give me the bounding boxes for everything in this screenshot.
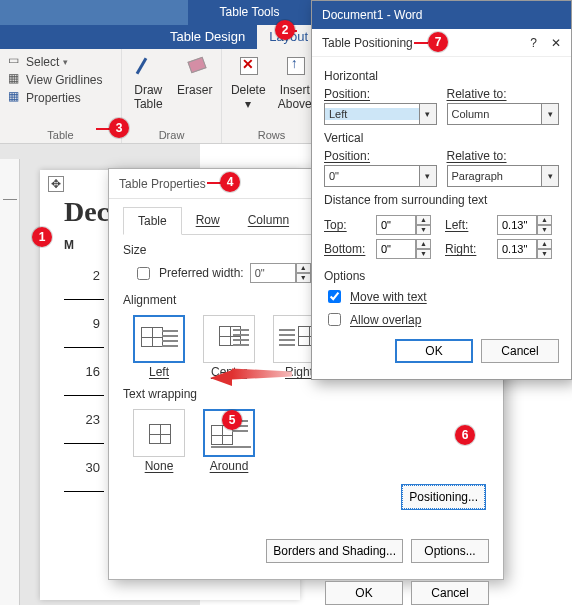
ribbon-select[interactable]: Select▾ (8, 53, 113, 71)
help-icon[interactable]: ? (530, 29, 537, 57)
h-relative-value: Column (448, 108, 542, 120)
h-position-value: Left (325, 108, 419, 120)
vertical-ruler (0, 159, 20, 605)
tab-table[interactable]: Table (123, 207, 182, 235)
spinner-up-icon[interactable]: ▲ (416, 239, 431, 249)
chevron-down-icon: ▾ (245, 97, 251, 111)
insert-above-icon (281, 53, 309, 81)
callout-1: 1 (32, 227, 52, 247)
wrap-around-label: Around (203, 459, 255, 473)
ribbon-draw-table-label: Draw Table (130, 83, 167, 111)
spinner-up-icon[interactable]: ▲ (537, 239, 552, 249)
ribbon-eraser-label: Eraser (177, 83, 214, 97)
tpos-ok-button[interactable]: OK (395, 339, 473, 363)
preferred-width-checkbox[interactable] (137, 267, 150, 280)
ribbon-select-label: Select (26, 55, 59, 69)
spinner-down-icon[interactable]: ▼ (537, 249, 552, 259)
spinner-down-icon[interactable]: ▼ (416, 225, 431, 235)
v-relative-label: Relative to: (447, 149, 560, 163)
tab-column[interactable]: Column (234, 207, 303, 234)
pencil-icon (134, 53, 162, 81)
tp-ok-button[interactable]: OK (325, 581, 403, 605)
right-input[interactable] (497, 239, 537, 259)
h-relative-label: Relative to: (447, 87, 560, 101)
vertical-heading: Vertical (324, 131, 559, 145)
preferred-width-input (250, 263, 296, 283)
calendar-weekday: M (64, 238, 104, 252)
ribbon-properties[interactable]: Properties (8, 89, 113, 107)
spinner-down-icon[interactable]: ▼ (537, 225, 552, 235)
ribbon-eraser[interactable]: Eraser (177, 53, 214, 111)
ribbon-view-gridlines[interactable]: View Gridlines (8, 71, 113, 89)
table-tools-context: Table Tools (188, 0, 311, 25)
tpos-cancel-button[interactable]: Cancel (481, 339, 559, 363)
bottom-input[interactable] (376, 239, 416, 259)
spinner-up-icon[interactable]: ▲ (416, 215, 431, 225)
ribbon-insert-above[interactable]: Insert Above (277, 53, 314, 111)
options-button[interactable]: Options... (411, 539, 489, 563)
cursor-icon (8, 55, 22, 69)
tab-row[interactable]: Row (182, 207, 234, 234)
table-move-handle[interactable]: ✥ (48, 176, 64, 192)
callout-2: 2 (275, 20, 295, 40)
annotation-arrow-head (210, 370, 232, 386)
wrap-heading: Text wrapping (123, 387, 489, 401)
calendar-cell[interactable]: 9 (64, 300, 104, 348)
bottom-label: Bottom: (324, 242, 370, 256)
calendar-cell[interactable]: 30 (64, 444, 104, 492)
move-with-text-label: Move with text (350, 290, 427, 304)
chevron-down-icon: ▾ (63, 57, 68, 67)
calendar-cell[interactable]: 23 (64, 396, 104, 444)
positioning-button[interactable]: Positioning... (402, 485, 485, 509)
h-position-label: Position: (324, 87, 437, 101)
ribbon-group-draw-label: Draw (130, 129, 213, 141)
dialog-table-positioning: Document1 - Word Table Positioning ? ✕ H… (311, 0, 572, 380)
ribbon-delete[interactable]: Delete▾ (230, 53, 267, 111)
ribbon-group-rows-label: Rows (230, 129, 313, 141)
tp-cancel-button[interactable]: Cancel (411, 581, 489, 605)
callout-5: 5 (222, 410, 242, 430)
calendar-cell[interactable]: 2 (64, 252, 104, 300)
wrap-none[interactable]: None (133, 409, 185, 473)
ribbon-insert-above-label: Insert Above (277, 83, 314, 111)
tab-table-design[interactable]: Table Design (158, 25, 257, 49)
chevron-down-icon: ▾ (419, 104, 436, 124)
spinner-down-icon: ▼ (296, 273, 311, 283)
ribbon-delete-label: Delete (230, 83, 267, 97)
ribbon-gridlines-label: View Gridlines (26, 73, 102, 87)
spinner-down-icon[interactable]: ▼ (416, 249, 431, 259)
allow-overlap-label: Allow overlap (350, 313, 421, 327)
eraser-icon (181, 53, 209, 81)
ribbon-draw-table[interactable]: Draw Table (130, 53, 167, 111)
align-left[interactable]: Left (133, 315, 185, 379)
callout-4: 4 (220, 172, 240, 192)
spinner-up-icon[interactable]: ▲ (537, 215, 552, 225)
allow-overlap-checkbox[interactable] (328, 313, 341, 326)
callout-7: 7 (428, 32, 448, 52)
right-label: Right: (445, 242, 491, 256)
chevron-down-icon: ▾ (541, 104, 558, 124)
v-relative-select[interactable]: Paragraph▾ (447, 165, 560, 187)
h-position-select[interactable]: Left▾ (324, 103, 437, 125)
options-heading: Options (324, 269, 559, 283)
v-position-label: Position: (324, 149, 437, 163)
properties-icon (8, 91, 22, 105)
h-relative-select[interactable]: Column▾ (447, 103, 560, 125)
left-label: Left: (445, 218, 491, 232)
v-relative-value: Paragraph (448, 170, 542, 182)
spinner-up-icon: ▲ (296, 263, 311, 273)
dialog-title: Table Properties (119, 177, 206, 191)
borders-shading-button[interactable]: Borders and Shading... (266, 539, 403, 563)
distance-heading: Distance from surrounding text (324, 193, 559, 207)
chevron-down-icon: ▾ (419, 166, 436, 186)
horizontal-heading: Horizontal (324, 69, 559, 83)
top-input[interactable] (376, 215, 416, 235)
callout-6: 6 (455, 425, 475, 445)
v-position-select[interactable]: 0"▾ (324, 165, 437, 187)
grid-icon (8, 73, 22, 87)
close-icon[interactable]: ✕ (551, 29, 561, 57)
positioning-dialog-title: Table Positioning (322, 29, 413, 57)
left-input[interactable] (497, 215, 537, 235)
move-with-text-checkbox[interactable] (328, 290, 341, 303)
calendar-cell[interactable]: 16 (64, 348, 104, 396)
